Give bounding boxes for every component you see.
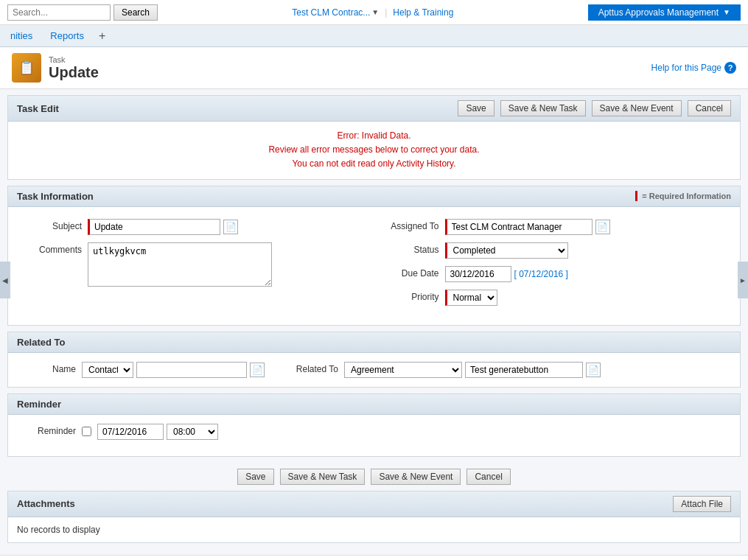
subject-lookup-btn[interactable]: 📄	[223, 220, 238, 234]
help-page-link[interactable]: Help for this Page ?	[651, 62, 736, 74]
task-info-header: Task Information = Required Information	[8, 186, 740, 207]
priority-select[interactable]: High Normal Low	[445, 290, 497, 306]
status-label: Status	[380, 242, 439, 255]
attachments-header: Attachments Attach File	[8, 491, 740, 517]
related-to-value-input[interactable]	[465, 362, 583, 378]
due-date-input[interactable]	[445, 266, 511, 282]
priority-control: High Normal Low	[445, 290, 726, 306]
assigned-to-control: 📄	[445, 219, 726, 235]
search-area: Search	[7, 4, 158, 21]
nav-item-nities[interactable]: nities	[7, 26, 35, 46]
assigned-to-lookup-btn[interactable]: 📄	[595, 220, 610, 234]
priority-label: Priority	[380, 290, 439, 302]
no-records-text: No records to display	[8, 517, 740, 542]
task-info-form: Subject 📄 Comments utlkygkvcm Assigned T…	[8, 207, 740, 325]
task-edit-header: Task Edit Save Save & New Task Save & Ne…	[8, 96, 740, 122]
help-training-link[interactable]: Help & Training	[393, 7, 453, 18]
page-header: 📋 Task Update Help for this Page ?	[0, 47, 748, 89]
related-to-row: Related To Agreement 📄	[279, 362, 601, 378]
name-lookup-btn[interactable]: 📄	[250, 363, 265, 377]
related-to-type-select[interactable]: Agreement	[344, 362, 462, 378]
comments-row: Comments utlkygkvcm	[23, 242, 368, 289]
nav-item-reports[interactable]: Reports	[47, 26, 87, 46]
page-title: Update	[49, 64, 99, 81]
top-cancel-button[interactable]: Cancel	[688, 100, 731, 116]
subject-label: Subject	[23, 219, 82, 231]
subject-control: 📄	[88, 219, 368, 235]
attach-file-button[interactable]: Attach File	[673, 496, 731, 512]
bottom-save-new-event-button[interactable]: Save & New Event	[371, 469, 461, 485]
reminder-row: Reminder 08:00 08:30 09:00	[17, 424, 731, 440]
page-header-left: 📋 Task Update	[12, 53, 99, 83]
contract-dropdown-arrow: ▼	[371, 8, 379, 16]
subject-input[interactable]	[88, 219, 220, 235]
attachments-panel: Attachments Attach File No records to di…	[7, 491, 741, 543]
due-date-label: Due Date	[380, 266, 439, 279]
due-date-today-link[interactable]: [ 07/12/2016 ]	[514, 269, 568, 279]
task-info-panel: Task Information = Required Information …	[7, 186, 741, 326]
search-button[interactable]: Search	[113, 4, 158, 21]
name-input[interactable]	[136, 362, 247, 378]
related-to-body: Name Contact Lead 📄 Related To A	[8, 353, 740, 387]
top-save-new-task-button[interactable]: Save & New Task	[500, 100, 586, 116]
top-save-button[interactable]: Save	[458, 100, 494, 116]
related-to-lookup-btn[interactable]: 📄	[586, 363, 601, 377]
bottom-cancel-button[interactable]: Cancel	[466, 469, 510, 485]
page-title-area: Task Update	[49, 55, 99, 81]
bottom-save-new-task-button[interactable]: Save & New Task	[280, 469, 366, 485]
nav-add-tab[interactable]: +	[99, 29, 105, 43]
name-row: Name Contact Lead 📄	[17, 362, 265, 378]
reminder-body: Reminder 08:00 08:30 09:00	[8, 415, 740, 456]
related-to-row-label: Related To	[279, 362, 338, 374]
reminder-header: Reminder	[8, 394, 740, 415]
secondary-nav: nities Reports +	[0, 25, 748, 47]
due-date-row: Due Date [ 07/12/2016 ]	[380, 266, 726, 282]
help-icon: ?	[724, 62, 736, 74]
assigned-to-label: Assigned To	[380, 219, 439, 231]
name-control: Contact Lead 📄	[82, 362, 265, 378]
reminder-time-select[interactable]: 08:00 08:30 09:00	[167, 424, 218, 440]
task-edit-panel: Task Edit Save Save & New Task Save & Ne…	[7, 95, 741, 180]
error-line2: Review all error messages below to corre…	[15, 143, 733, 157]
left-collapse-btn[interactable]: ◀	[0, 262, 10, 298]
top-save-new-event-button[interactable]: Save & New Event	[592, 100, 682, 116]
error-line1: Error: Invalid Data.	[15, 129, 733, 143]
comments-control: utlkygkvcm	[88, 242, 368, 289]
status-row: Status Not Started In Progress Completed…	[380, 242, 726, 259]
name-label: Name	[17, 362, 76, 374]
related-to-row-control: Agreement 📄	[344, 362, 601, 378]
contract-dropdown[interactable]: Test CLM Contrac... ▼	[292, 7, 379, 18]
error-box: Error: Invalid Data. Review all error me…	[8, 122, 740, 179]
form-right-col: Assigned To 📄 Status Not Started In Prog…	[374, 214, 732, 318]
reminder-label: Reminder	[17, 424, 76, 436]
apttus-btn-arrow: ▼	[723, 8, 730, 16]
priority-row: Priority High Normal Low	[380, 290, 726, 306]
reminder-date-input[interactable]	[97, 424, 164, 440]
status-control: Not Started In Progress Completed Waitin…	[445, 242, 726, 259]
assigned-to-row: Assigned To 📄	[380, 219, 726, 235]
error-line3: You can not edit read only Activity Hist…	[15, 157, 733, 171]
comments-label: Comments	[23, 242, 82, 255]
required-legend: = Required Information	[635, 191, 731, 201]
main-content: Task Edit Save Save & New Task Save & Ne…	[0, 89, 748, 555]
bottom-save-button[interactable]: Save	[237, 469, 273, 485]
name-type-select[interactable]: Contact Lead	[82, 362, 133, 378]
due-date-control: [ 07/12/2016 ]	[445, 266, 726, 282]
search-input[interactable]	[7, 4, 111, 21]
subject-row: Subject 📄	[23, 219, 368, 235]
top-nav-bar: Search Test CLM Contrac... ▼ | Help & Tr…	[0, 0, 748, 25]
right-collapse-btn[interactable]: ►	[738, 262, 748, 298]
nav-center: Test CLM Contrac... ▼ | Help & Training	[165, 7, 581, 18]
status-select[interactable]: Not Started In Progress Completed Waitin…	[445, 242, 568, 259]
related-to-panel: Related To Name Contact Lead 📄 Related	[7, 332, 741, 388]
task-icon: 📋	[12, 53, 41, 83]
required-bar	[635, 191, 637, 201]
reminder-panel: Reminder Reminder 08:00 08:30 09:00	[7, 393, 741, 457]
assigned-to-input[interactable]	[445, 219, 593, 235]
bottom-buttons-area: Save Save & New Task Save & New Event Ca…	[7, 463, 741, 491]
comments-textarea[interactable]: utlkygkvcm	[88, 242, 272, 287]
reminder-checkbox[interactable]	[82, 427, 91, 436]
reminder-control: 08:00 08:30 09:00	[82, 424, 731, 440]
form-left-col: Subject 📄 Comments utlkygkvcm	[17, 214, 374, 318]
apttus-approvals-btn[interactable]: Apttus Approvals Management ▼	[588, 4, 741, 21]
